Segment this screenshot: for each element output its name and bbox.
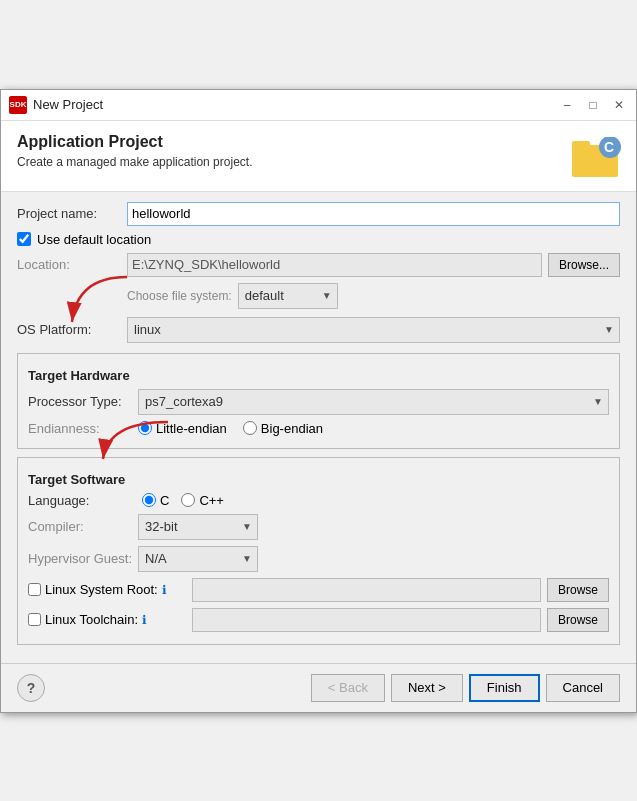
- linux-system-root-info-icon: ℹ: [162, 583, 167, 597]
- finish-button[interactable]: Finish: [469, 674, 540, 702]
- folder-icon: C: [572, 137, 622, 181]
- lang-c-radio[interactable]: [142, 493, 156, 507]
- close-button[interactable]: ✕: [610, 96, 628, 114]
- location-label: Location:: [17, 257, 127, 272]
- file-system-select[interactable]: default: [238, 283, 338, 309]
- linux-toolchain-row: Linux Toolchain: ℹ Browse: [28, 608, 609, 632]
- file-system-row: Choose file system: default ▼: [127, 283, 620, 309]
- bottom-bar: ? < Back Next > Finish Cancel: [1, 663, 636, 712]
- linux-toolchain-label: Linux Toolchain:: [45, 612, 138, 627]
- lang-cpp-label: C++: [199, 493, 224, 508]
- language-radio-group: C C++: [142, 493, 224, 508]
- hypervisor-row: Hypervisor Guest: N/A ▼: [28, 546, 609, 572]
- svg-text:C: C: [604, 139, 614, 155]
- little-endian-radio[interactable]: [138, 421, 152, 435]
- use-default-location-row: Use default location: [17, 232, 620, 247]
- compiler-label: Compiler:: [28, 519, 138, 534]
- svg-rect-1: [572, 141, 590, 153]
- use-default-location-label: Use default location: [37, 232, 151, 247]
- big-endian-radio[interactable]: [243, 421, 257, 435]
- processor-type-label: Processor Type:: [28, 394, 138, 409]
- linux-system-root-browse-button[interactable]: Browse: [547, 578, 609, 602]
- use-default-location-checkbox[interactable]: [17, 232, 31, 246]
- main-content: Project name: Use default location Locat…: [1, 192, 636, 663]
- location-row: Location: Browse...: [17, 253, 620, 277]
- app-icon: SDK: [9, 96, 27, 114]
- compiler-row: Compiler: 32-bit ▼: [28, 514, 609, 540]
- header-section: Application Project Create a managed mak…: [1, 121, 636, 192]
- endianness-row: Endianness: Little-endian Big-endian: [28, 421, 609, 436]
- hypervisor-label: Hypervisor Guest:: [28, 551, 138, 566]
- compiler-select[interactable]: 32-bit: [138, 514, 258, 540]
- language-row: Language: C C++: [28, 493, 609, 508]
- window-title: New Project: [33, 97, 103, 112]
- compiler-dropdown-wrapper: 32-bit ▼: [138, 514, 258, 540]
- page-title: Application Project: [17, 133, 252, 151]
- hypervisor-dropdown-wrapper: N/A ▼: [138, 546, 258, 572]
- linux-system-root-label: Linux System Root:: [45, 582, 158, 597]
- target-software-section: Target Software Language: C C++: [17, 457, 620, 645]
- processor-type-dropdown-wrapper: ps7_cortexa9 ▼: [138, 389, 609, 415]
- choose-fs-label: Choose file system:: [127, 289, 232, 303]
- linux-toolchain-checkbox[interactable]: [28, 613, 41, 626]
- linux-system-root-input[interactable]: [192, 578, 541, 602]
- browse-button[interactable]: Browse...: [548, 253, 620, 277]
- minimize-button[interactable]: –: [558, 96, 576, 114]
- little-endian-option: Little-endian: [138, 421, 227, 436]
- project-name-input[interactable]: [127, 202, 620, 226]
- page-subtitle: Create a managed make application projec…: [17, 155, 252, 169]
- os-platform-label: OS Platform:: [17, 322, 127, 337]
- back-button[interactable]: < Back: [311, 674, 385, 702]
- processor-type-row: Processor Type: ps7_cortexa9 ▼: [28, 389, 609, 415]
- lang-c-label: C: [160, 493, 169, 508]
- target-software-title: Target Software: [28, 472, 609, 487]
- language-label: Language:: [28, 493, 138, 508]
- lang-cpp-option: C++: [181, 493, 224, 508]
- location-input[interactable]: [127, 253, 542, 277]
- next-button[interactable]: Next >: [391, 674, 463, 702]
- window-controls[interactable]: – □ ✕: [558, 96, 628, 114]
- linux-system-root-checkbox[interactable]: [28, 583, 41, 596]
- header-icon-area: C: [572, 133, 620, 181]
- os-platform-dropdown-wrapper: linux ▼: [127, 317, 620, 343]
- target-hardware-section: Target Hardware Processor Type: ps7_cort…: [17, 353, 620, 449]
- linux-toolchain-browse-button[interactable]: Browse: [547, 608, 609, 632]
- bottom-buttons-group: < Back Next > Finish Cancel: [311, 674, 620, 702]
- titlebar: SDK New Project – □ ✕: [1, 90, 636, 121]
- endianness-label: Endianness:: [28, 421, 138, 436]
- linux-system-root-row: Linux System Root: ℹ Browse: [28, 578, 609, 602]
- processor-type-select[interactable]: ps7_cortexa9: [138, 389, 609, 415]
- little-endian-label: Little-endian: [156, 421, 227, 436]
- big-endian-label: Big-endian: [261, 421, 323, 436]
- target-hardware-title: Target Hardware: [28, 368, 609, 383]
- help-button[interactable]: ?: [17, 674, 45, 702]
- os-platform-row: OS Platform: linux ▼: [17, 317, 620, 343]
- lang-c-option: C: [142, 493, 169, 508]
- linux-toolchain-input[interactable]: [192, 608, 541, 632]
- project-name-label: Project name:: [17, 206, 127, 221]
- big-endian-option: Big-endian: [243, 421, 323, 436]
- cancel-button[interactable]: Cancel: [546, 674, 620, 702]
- linux-toolchain-info-icon: ℹ: [142, 613, 147, 627]
- endianness-radio-group: Little-endian Big-endian: [138, 421, 323, 436]
- os-platform-select[interactable]: linux: [127, 317, 620, 343]
- hypervisor-select[interactable]: N/A: [138, 546, 258, 572]
- maximize-button[interactable]: □: [584, 96, 602, 114]
- project-name-row: Project name:: [17, 202, 620, 226]
- lang-cpp-radio[interactable]: [181, 493, 195, 507]
